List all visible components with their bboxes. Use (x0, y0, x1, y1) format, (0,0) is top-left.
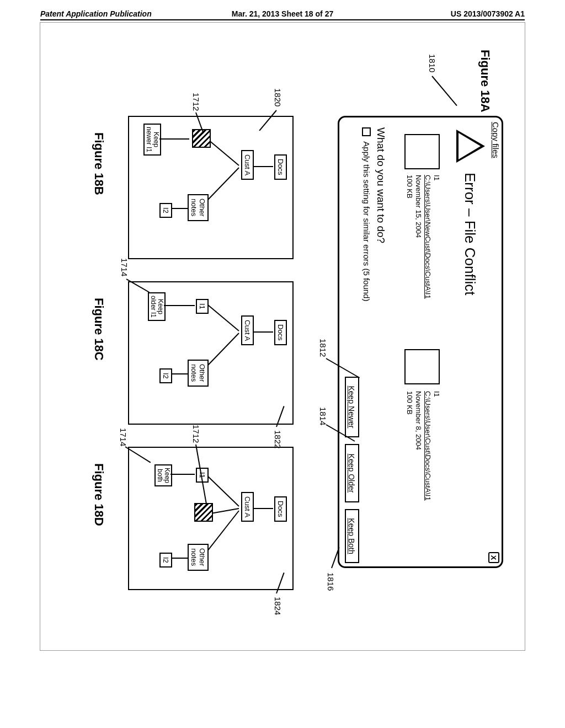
dialog-title: Copy files (491, 122, 500, 158)
edge-c5 (164, 305, 195, 306)
node-i2-c: I2 (159, 368, 172, 383)
file-left-path[interactable]: C:\Users\User\NewCust\Docs\CustA\I1 (423, 175, 432, 299)
edge-d1 (253, 508, 273, 509)
ref-1812: 1812 (318, 339, 328, 357)
node-other-notes-d: Other notes (188, 544, 209, 571)
keep-older-button[interactable]: Keep Older (345, 444, 359, 502)
file-right-name: I1 (432, 391, 441, 501)
ref-1712-d: 1712 (191, 425, 201, 443)
file-meta-right: I1 C:\Users\User\Cust\Docs\CustA\I1 Nove… (405, 391, 441, 501)
edge-d2 (204, 473, 239, 507)
edge-b4 (170, 208, 188, 209)
ref-1822: 1822 (273, 430, 282, 448)
ref-1816: 1816 (326, 572, 335, 591)
node-i2-b: I2 (159, 203, 172, 218)
node-docs-c: Docs (274, 320, 287, 345)
edge-c1 (253, 331, 273, 333)
edge-b3 (204, 167, 239, 204)
edge-b2 (206, 138, 239, 165)
error-dialog: Copy files X Error – File Conflict I1 C:… (338, 116, 503, 568)
ref-1820: 1820 (273, 88, 282, 106)
node-other-notes-c: Other notes (188, 360, 209, 387)
apply-row: Apply this setting for similar errors (5… (362, 127, 371, 301)
node-docs: Docs (274, 154, 287, 180)
keep-newer-button[interactable]: Keep Newer (345, 377, 359, 437)
edge-c2 (206, 303, 239, 331)
edge-d5 (170, 474, 195, 475)
edge-c4 (170, 373, 188, 374)
node-custa-d: Cust A (241, 492, 254, 522)
file-left-name: I1 (432, 175, 441, 299)
file-thumb-right (404, 349, 440, 384)
rotated-stage: Figure 18A 1810 Copy files X Error – Fil… (62, 50, 503, 623)
node-i1-c: I1 (196, 299, 209, 314)
node-custa: Cust A (241, 150, 254, 180)
panel-18c: Docs Cust A I1 Other notes I2 Keep older… (128, 281, 294, 425)
node-other-notes-b: Other notes (188, 194, 209, 221)
caption-keep-both: Keep both (154, 464, 172, 486)
apply-label: Apply this setting for similar errors (5… (362, 141, 371, 301)
file-right-size: 100 KB (405, 391, 414, 501)
edge-b1 (253, 166, 273, 167)
ref-1810: 1810 (428, 54, 437, 72)
edge-b5 (159, 138, 189, 140)
panel-18b: Docs Cust A Other notes I2 Keep newer I1 (128, 116, 294, 259)
file-left-size: 100 KB (405, 175, 414, 299)
node-hatched-b (192, 129, 211, 148)
caption-keep-newer: Keep newer I1 (143, 124, 161, 156)
file-right-path[interactable]: C:\Users\User\Cust\Docs\CustA\I1 (423, 391, 432, 501)
apply-checkbox[interactable] (362, 127, 371, 136)
page-header: Patent Application Publication Mar. 21, … (40, 9, 525, 18)
caption-keep-older: Keep older I1 (148, 292, 166, 321)
figure-18a-label: Figure 18A (478, 50, 492, 113)
header-left: Patent Application Publication (40, 9, 202, 18)
node-i2-d: I2 (159, 553, 172, 568)
page-frame: Patent Application Publication Mar. 21, … (40, 22, 525, 651)
warning-icon (456, 130, 485, 163)
figure-18d-label: Figure 18D (92, 463, 106, 526)
node-docs-d: Docs (274, 496, 287, 522)
node-hatched-d (194, 503, 213, 522)
dialog-prompt: What do you want to do? (375, 127, 387, 243)
ref-1824: 1824 (273, 597, 282, 615)
file-right-date: November 8, 2004 (414, 391, 423, 501)
figure-18b-label: Figure 18B (92, 132, 106, 195)
keep-both-button[interactable]: Keep Both (345, 509, 359, 563)
ref-1714-c: 1714 (120, 258, 129, 276)
leader-1810 (431, 76, 457, 106)
header-rule (40, 19, 525, 20)
edge-d2b (209, 508, 239, 515)
ref-1714-d: 1714 (119, 428, 128, 446)
file-thumb-left (404, 134, 440, 169)
figure-18c-label: Figure 18C (92, 298, 106, 361)
node-custa-c: Cust A (241, 315, 254, 345)
file-left-date: November 15, 2004 (414, 175, 423, 299)
edge-d4 (170, 558, 188, 559)
edge-c3 (204, 333, 239, 369)
header-right: US 2013/0073902 A1 (363, 9, 525, 18)
dialog-heading: Error – File Conflict (461, 173, 478, 296)
header-mid: Mar. 21, 2013 Sheet 18 of 27 (202, 9, 364, 18)
file-meta-left: I1 C:\Users\User\NewCust\Docs\CustA\I1 N… (405, 175, 441, 299)
panel-18d: Docs Cust A I1 Other notes I2 Keep both (128, 447, 294, 590)
ref-1814: 1814 (318, 407, 328, 425)
close-icon[interactable]: X (488, 552, 499, 563)
ref-1712-b: 1712 (191, 93, 201, 111)
